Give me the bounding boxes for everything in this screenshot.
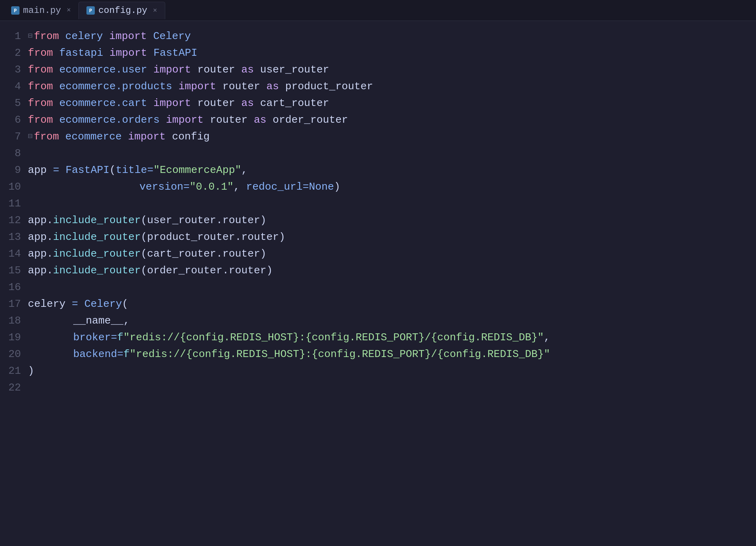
module-celery-1: celery <box>65 28 103 45</box>
line-num-1: 1 <box>0 28 21 45</box>
line-num-3: 3 <box>0 61 21 78</box>
fold-icon-1[interactable]: ⊟ <box>28 30 32 42</box>
line-num-2: 2 <box>0 45 21 61</box>
tab-config-py-close[interactable]: × <box>153 7 157 15</box>
kw-as-6: as <box>254 112 266 128</box>
fstring-broker: "redis://{config.REDIS_HOST}:{config.RED… <box>123 329 544 346</box>
kw-import-5: import <box>153 95 191 112</box>
method-include-router-12: include_router <box>53 212 141 229</box>
tab-config-py[interactable]: P config.py × <box>78 2 165 19</box>
tab-main-py[interactable]: P main.py × <box>3 2 78 19</box>
paren-close-14: ) <box>260 245 266 262</box>
python-icon-main: P <box>11 6 20 15</box>
var-app-15: app <box>28 262 47 279</box>
code-line-8 <box>28 145 756 162</box>
import-router-3: router <box>197 61 235 78</box>
dot-13: . <box>47 229 53 245</box>
line-num-12: 12 <box>0 212 21 229</box>
code-line-4: from ecommerce.products import router as… <box>28 78 756 95</box>
paren-close-13: ) <box>279 229 285 245</box>
kw-as-3: as <box>241 61 254 78</box>
fold-icon-7[interactable]: ⊟ <box>28 130 32 143</box>
import-config-7: config <box>172 128 209 145</box>
dot-router-14: . <box>216 245 222 262</box>
kw-from-2: from <box>28 45 53 61</box>
dot-router-15: . <box>222 262 229 279</box>
paren-close-15: ) <box>266 262 273 279</box>
code-line-18: __name__, <box>28 312 756 329</box>
code-line-10: version="0.0.1", redoc_url=None) <box>28 179 756 195</box>
attr-router-12: router <box>222 212 260 229</box>
tab-main-py-label: main.py <box>23 5 61 16</box>
comma-10: , <box>234 179 240 195</box>
dot-15: . <box>47 262 53 279</box>
module-ecommerce-cart: ecommerce.cart <box>59 95 147 112</box>
attr-router-15: router <box>229 262 266 279</box>
code-line-3: from ecommerce.user import router as use… <box>28 61 756 78</box>
line-num-22: 22 <box>0 379 21 396</box>
paren-open-13: ( <box>141 229 147 245</box>
paren-open-12: ( <box>141 212 147 229</box>
arg-product-router: product_router <box>147 229 235 245</box>
alias-order-router: order_router <box>273 112 348 128</box>
eq-title: = <box>147 162 153 179</box>
comma-19: , <box>544 329 550 346</box>
svg-text:P: P <box>89 8 92 14</box>
kw-from-7: from <box>34 128 59 145</box>
kw-import-4: import <box>178 78 216 95</box>
code-line-6: from ecommerce.orders import router as o… <box>28 112 756 128</box>
comma-9: , <box>241 162 247 179</box>
code-line-13: app.include_router(product_router.router… <box>28 229 756 245</box>
param-title: title <box>116 162 147 179</box>
paren-open-14: ( <box>141 245 147 262</box>
celery-call: Celery <box>84 296 122 312</box>
dot-router-12: . <box>216 212 222 229</box>
eq-9: = <box>53 162 59 179</box>
eq-version: = <box>183 179 190 195</box>
line-num-11: 11 <box>0 195 21 212</box>
arg-user-router: user_router <box>147 212 216 229</box>
kw-as-5: as <box>241 95 254 112</box>
kw-from-6: from <box>28 112 53 128</box>
kw-import-6: import <box>166 112 204 128</box>
var-app: app <box>28 162 47 179</box>
str-ecommerceapp: "EcommerceApp" <box>153 162 241 179</box>
fstring-backend: "redis://{config.REDIS_HOST}:{config.RED… <box>130 346 550 363</box>
kw-as-4: as <box>266 78 279 95</box>
var-app-13: app <box>28 229 47 245</box>
paren-open-9: ( <box>109 162 116 179</box>
fstring-prefix-19: f <box>117 329 123 346</box>
module-ecommerce-products: ecommerce.products <box>59 78 172 95</box>
code-line-1: ⊟from celery import Celery <box>28 28 756 45</box>
line-num-9: 9 <box>0 162 21 179</box>
import-router-6: router <box>210 112 247 128</box>
code-line-17: celery = Celery( <box>28 296 756 312</box>
code-line-20: backend=f"redis://{config.REDIS_HOST}:{c… <box>28 346 756 363</box>
dunder-name: __name__ <box>73 312 123 329</box>
paren-open-15: ( <box>141 262 147 279</box>
paren-open-17: ( <box>122 296 128 312</box>
arg-order-router: order_router <box>147 262 222 279</box>
code-line-15: app.include_router(order_router.router) <box>28 262 756 279</box>
line-num-6: 6 <box>0 112 21 128</box>
import-fastapi: FastAPI <box>153 45 197 61</box>
line-num-4: 4 <box>0 78 21 95</box>
var-celery: celery <box>28 296 66 312</box>
line-num-5: 5 <box>0 95 21 112</box>
line-num-8: 8 <box>0 145 21 162</box>
line-num-15: 15 <box>0 262 21 279</box>
var-app-14: app <box>28 245 47 262</box>
alias-cart-router: cart_router <box>260 95 329 112</box>
line-num-17: 17 <box>0 296 21 312</box>
attr-router-13: router <box>241 229 279 245</box>
arg-cart-router: cart_router <box>147 245 216 262</box>
eq-17: = <box>72 296 78 312</box>
line-num-13: 13 <box>0 229 21 245</box>
line-num-20: 20 <box>0 346 21 363</box>
line-num-18: 18 <box>0 312 21 329</box>
module-fastapi: fastapi <box>59 45 103 61</box>
method-include-router-15: include_router <box>53 262 141 279</box>
kw-from-1: from <box>34 28 59 45</box>
alias-user-router: user_router <box>260 61 329 78</box>
tab-main-py-close[interactable]: × <box>67 6 71 14</box>
